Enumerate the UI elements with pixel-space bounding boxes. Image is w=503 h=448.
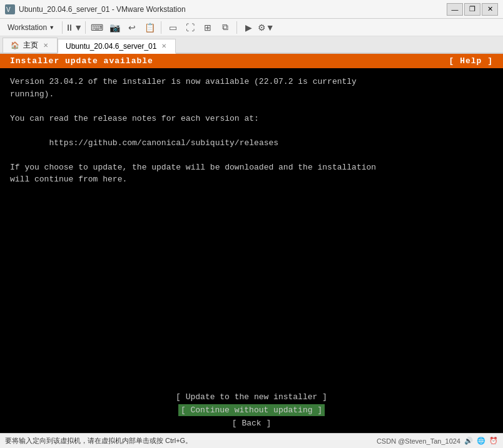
- full-screen-button[interactable]: ⛶: [181, 20, 199, 35]
- terminal-line-9: will continue from here.: [10, 173, 493, 186]
- vm-tab[interactable]: Ubuntu_20.04.6_server_01 ✕: [58, 39, 176, 54]
- continue-without-update-button[interactable]: [ Continue without updating ]: [178, 404, 325, 416]
- app-container: V Ubuntu_20.04.6_server_01 - VMware Work…: [0, 0, 503, 448]
- back-button[interactable]: [ Back ]: [230, 417, 273, 429]
- installer-header-title: Installer update available: [10, 56, 153, 66]
- toolbar-sep-1: [62, 21, 63, 34]
- settings-button[interactable]: ⚙ ▼: [257, 20, 275, 35]
- pause-arrow: ▼: [74, 23, 83, 33]
- terminal-line-4: You can read the release notes for each …: [10, 113, 493, 125]
- terminal-line-1: Version 23.04.2 of the installer is now …: [10, 76, 493, 88]
- pause-icon: ⏸: [65, 23, 74, 33]
- installer-header: Installer update available [ Help ]: [0, 54, 503, 68]
- pause-button[interactable]: ⏸ ▼: [65, 20, 83, 35]
- title-bar: V Ubuntu_20.04.6_server_01 - VMware Work…: [0, 0, 503, 19]
- restore-button[interactable]: ❐: [464, 3, 480, 16]
- send-ctrl-alt-del-button[interactable]: ⌨: [88, 20, 106, 35]
- watermark: CSDN @Steven_Tan_1024: [377, 437, 460, 445]
- console-icon: ▶: [245, 23, 252, 33]
- snapshot-button[interactable]: 📷: [106, 20, 123, 35]
- fullscreen-icon: ⛶: [186, 23, 195, 33]
- status-right: CSDN @Steven_Tan_1024 🔊 🌐 ⏰: [377, 437, 498, 445]
- window-title: Ubuntu_20.04.6_server_01 - VMware Workst…: [19, 5, 447, 14]
- svg-text:V: V: [6, 6, 11, 13]
- terminal-line-5: [10, 125, 493, 137]
- home-tab-label: 主页: [23, 40, 38, 51]
- workstation-menu[interactable]: Workstation ▼: [3, 21, 59, 34]
- content-area: Installer update available [ Help ] Vers…: [0, 54, 503, 448]
- tray-icon-2: 🌐: [477, 437, 485, 445]
- unity-icon: ⊞: [204, 23, 211, 33]
- tray-icon-3: ⏰: [489, 437, 498, 445]
- toolbar-sep-2: [85, 21, 86, 34]
- toolbar-sep-4: [236, 21, 237, 34]
- vm-tab-close[interactable]: ✕: [160, 43, 168, 49]
- terminal-body: Version 23.04.2 of the installer is now …: [0, 68, 503, 193]
- tray-icon-1: 🔊: [464, 437, 473, 445]
- terminal-content: Installer update available [ Help ] Vers…: [0, 54, 503, 448]
- unity-button[interactable]: ⊞: [199, 20, 216, 35]
- camera-icon: 📷: [109, 23, 120, 33]
- toolbar-sep-3: [161, 21, 161, 34]
- close-button[interactable]: ✕: [482, 3, 498, 16]
- keyboard-icon: ⌨: [91, 23, 103, 33]
- vm-screen[interactable]: Installer update available [ Help ] Vers…: [0, 54, 503, 448]
- revert-icon: ↩: [128, 23, 136, 33]
- terminal-line-3: [10, 100, 493, 113]
- console-button[interactable]: ▶: [240, 20, 257, 35]
- quick-switch-button[interactable]: ⧉: [216, 20, 234, 35]
- installer-header-help: [ Help ]: [449, 56, 493, 66]
- vm-tab-label: Ubuntu_20.04.6_server_01: [66, 42, 156, 51]
- workstation-arrow: ▼: [49, 24, 54, 31]
- normal-view-button[interactable]: ▭: [164, 20, 181, 35]
- home-tab-close[interactable]: ✕: [42, 42, 49, 49]
- normal-view-icon: ▭: [169, 23, 177, 33]
- vmware-icon: V: [5, 4, 15, 14]
- terminal-line-7: [10, 149, 493, 161]
- tabs-bar: 🏠 主页 ✕ Ubuntu_20.04.6_server_01 ✕: [0, 36, 503, 54]
- status-bar: 要将输入定向到该虚拟机，请在虚拟机内部单击或按 Ctrl+G。 CSDN @St…: [0, 433, 503, 448]
- manage-snapshots-button[interactable]: 📋: [141, 20, 158, 35]
- snapshots-icon: 📋: [145, 23, 155, 33]
- settings-arrow: ▼: [266, 23, 275, 33]
- update-installer-button[interactable]: [ Update to the new installer ]: [173, 391, 330, 403]
- terminal-line-8: If you choose to update, the update will…: [10, 161, 493, 174]
- minimize-button[interactable]: —: [447, 3, 463, 16]
- home-icon: 🏠: [11, 41, 19, 49]
- terminal-line-2: running).: [10, 88, 493, 101]
- quick-switch-icon: ⧉: [222, 22, 228, 33]
- terminal-url: https://github.com/canonical/subiquity/r…: [10, 137, 493, 150]
- window-controls: — ❐ ✕: [447, 3, 498, 16]
- buttons-area: [ Update to the new installer ] [ Contin…: [0, 379, 503, 435]
- workstation-label: Workstation: [8, 23, 47, 32]
- home-tab[interactable]: 🏠 主页 ✕: [3, 38, 58, 53]
- menu-bar: Workstation ▼ ⏸ ▼ ⌨ 📷 ↩ 📋 ▭ ⛶: [0, 19, 503, 36]
- terminal-spacer: [0, 193, 503, 379]
- settings-icon: ⚙: [258, 23, 266, 33]
- status-hint: 要将输入定向到该虚拟机，请在虚拟机内部单击或按 Ctrl+G。: [5, 436, 192, 445]
- revert-button[interactable]: ↩: [123, 20, 141, 35]
